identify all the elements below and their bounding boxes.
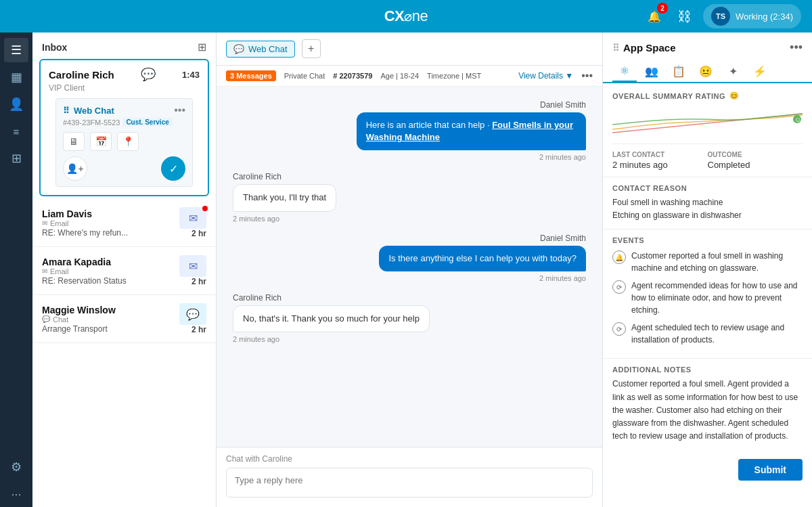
sidebar-item-contacts[interactable]: 👤: [4, 92, 28, 116]
messages-count-badge: 3 Messages: [226, 70, 276, 81]
webchat-tab-label: Web Chat: [248, 44, 288, 54]
event-item-3: ⟳ Agent scheduled tech to review usage a…: [612, 322, 803, 346]
message-bubble: No, that's it. Thank you so much for you…: [233, 305, 430, 332]
accept-button[interactable]: ✓: [161, 156, 185, 181]
location-icon: 📍: [122, 136, 134, 147]
check-icon: ✓: [169, 162, 178, 175]
event-icon-1: 🔔: [612, 250, 626, 264]
topbar: CX⌀ne 🔔 2 ⛓ TS Working (2:34): [0, 0, 812, 32]
app-space-options[interactable]: •••: [790, 41, 803, 55]
item-subject: RE: Reservation Status: [42, 276, 173, 286]
message-group-agent-1: Daniel Smith Here is an article that can…: [233, 100, 586, 161]
sidebar-item-inbox[interactable]: ☰: [4, 38, 28, 62]
item-time: 2 hr: [179, 277, 206, 286]
email-type-icon2: ✉: [42, 267, 47, 275]
inbox-item-amara[interactable]: Amara Kapadia ✉ Email RE: Reservation St…: [32, 247, 216, 295]
event-text-2: Agent recommended ideas for how to use a…: [631, 280, 803, 316]
sidebar-item-settings[interactable]: ⚙: [4, 455, 28, 479]
events-title: EVENTS: [612, 236, 803, 244]
inbox-item-content: Amara Kapadia ✉ Email RE: Reservation St…: [42, 257, 173, 286]
main-layout: ☰ ▦ 👤 ≡ ⊞ ⚙ ··· Inbox ⊞ Caroline Rich �: [0, 32, 812, 507]
tab-contact[interactable]: 📋: [667, 60, 691, 82]
sidebar-item-calendar[interactable]: ▦: [4, 65, 28, 89]
tab-summary[interactable]: ⚛: [612, 60, 637, 82]
webchat-options[interactable]: •••: [174, 104, 185, 116]
event-item-2: ⟳ Agent recommended ideas for how to use…: [612, 280, 803, 316]
add-tab-button[interactable]: +: [302, 39, 321, 58]
tab-brightness[interactable]: ✦: [721, 60, 745, 82]
sidebar-item-reports[interactable]: ≡: [4, 119, 28, 144]
sidebar-item-dashboard[interactable]: ⊞: [4, 146, 28, 171]
agent-status-button[interactable]: TS Working (2:34): [703, 4, 801, 28]
msg-sender: Caroline Rich: [233, 293, 281, 303]
message-group-agent-2: Daniel Smith Is there anything else I ca…: [233, 234, 586, 282]
timezone-label: Timezone | MST: [427, 72, 481, 80]
event-item-1: 🔔 Customer reported a foul smell in wash…: [612, 250, 803, 274]
outcome-label: OUTCOME: [708, 151, 803, 158]
tab-team[interactable]: 👥: [639, 60, 664, 82]
msg-sender: Daniel Smith: [540, 234, 586, 243]
video-action-btn[interactable]: 🖥: [63, 132, 85, 151]
plus-icon: +: [308, 43, 314, 55]
article-link[interactable]: Foul Smells in your Washing Machine: [366, 120, 573, 142]
msg-time: 2 minutes ago: [539, 274, 586, 282]
message-bubble: Is there anything else I can help you wi…: [379, 246, 586, 271]
chat-header: 💬 Web Chat +: [217, 32, 602, 66]
event-text-3: Agent scheduled tech to review usage and…: [631, 322, 803, 346]
webchat-title: ⠿ Web Chat: [63, 106, 114, 116]
msg-time: 2 minutes ago: [539, 153, 586, 161]
item-time: 2 hr: [179, 229, 206, 238]
inbox-item-maggie[interactable]: Maggie Winslow 💬 Chat Arrange Transport …: [32, 295, 216, 343]
chat-panel: 💬 Web Chat + 3 Messages Private Chat # 2…: [217, 32, 602, 507]
brightness-icon: ✦: [729, 65, 738, 78]
svg-text:☺: ☺: [794, 116, 801, 123]
notifications-button[interactable]: 🔔 2: [644, 5, 665, 27]
agent-status-label: Working (2:34): [736, 12, 793, 22]
last-contact-label: LAST CONTACT: [612, 151, 708, 158]
logo: CX⌀ne: [384, 7, 428, 25]
item-time-area: 💬 2 hr: [179, 303, 206, 334]
inbox-panel: Inbox ⊞ Caroline Rich 💬 1:43 VIP Client …: [32, 32, 217, 507]
messages-button[interactable]: ⛓: [673, 5, 695, 27]
sidebar-more[interactable]: ···: [5, 482, 26, 507]
inbox-list-toggle[interactable]: ⊞: [198, 41, 206, 53]
app-space-panel: ⠿ App Space ••• ⚛ 👥 📋 😐 ✦ ⚡: [602, 32, 812, 507]
reply-input[interactable]: [226, 468, 593, 498]
grid-icon: ⠿: [612, 43, 619, 53]
contact-time: 1:43: [182, 70, 200, 80]
app-space-title: ⠿ App Space: [612, 42, 676, 53]
chat-options[interactable]: •••: [581, 70, 593, 82]
assign-button[interactable]: 👤+: [63, 156, 87, 181]
contact-reason-text: Foul smell in washing machineEtching on …: [612, 196, 803, 222]
item-type: ✉ Email: [42, 267, 173, 275]
msg-sender: Caroline Rich: [233, 172, 281, 181]
outcome-value: Completed: [708, 160, 803, 170]
age-label: Age | 18-24: [380, 72, 419, 80]
msg-sender: Daniel Smith: [540, 100, 586, 110]
summary-title: OVERALL SUMMARY RATING 😊: [612, 91, 803, 100]
rating-chart: ☺: [612, 106, 803, 138]
submit-button[interactable]: Submit: [738, 459, 803, 481]
tab-mood[interactable]: 😐: [694, 60, 718, 82]
drag-handle[interactable]: ⠿: [63, 106, 70, 116]
msg-time: 2 minutes ago: [233, 215, 279, 223]
assign-icon: 👤+: [66, 163, 83, 174]
events-section: EVENTS 🔔 Customer reported a foul smell …: [603, 229, 812, 358]
chat-type-icon: 💬: [42, 315, 50, 323]
reply-area: Chat with Caroline: [217, 447, 602, 507]
email-icon: ✉: [179, 255, 206, 277]
chat-tab-active[interactable]: 💬 Web Chat: [226, 41, 295, 58]
view-details-link[interactable]: View Details ▼: [518, 71, 573, 81]
location-action-btn[interactable]: 📍: [117, 132, 139, 151]
inbox-header: Inbox ⊞: [32, 32, 216, 59]
chat-icon-box: 💬: [179, 303, 206, 325]
app-space-tabs: ⚛ 👥 📋 😐 ✦ ⚡: [603, 55, 812, 83]
service-badge: Cust. Service: [122, 118, 172, 127]
msg-time: 2 minutes ago: [233, 335, 279, 343]
reply-label: Chat with Caroline: [226, 454, 593, 464]
calendar-action-btn[interactable]: 📅: [90, 132, 112, 151]
inbox-item-liam[interactable]: Liam Davis ✉ Email RE: Where's my refun.…: [32, 199, 216, 247]
topbar-right: 🔔 2 ⛓ TS Working (2:34): [644, 4, 801, 28]
tab-lightning[interactable]: ⚡: [748, 60, 772, 82]
active-contact-card[interactable]: Caroline Rich 💬 1:43 VIP Client ⠿ Web Ch…: [39, 59, 209, 196]
